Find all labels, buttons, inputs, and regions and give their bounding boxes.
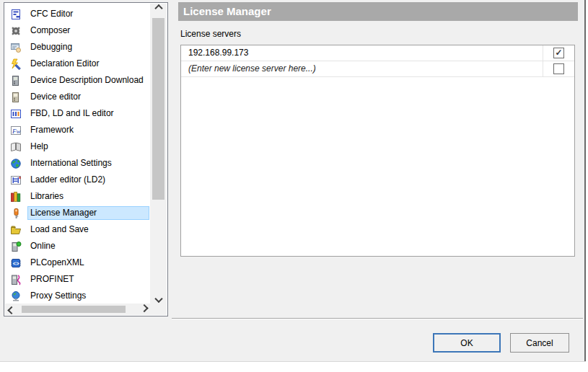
sidebar-item-label: Load and Save xyxy=(27,223,92,236)
horizontal-scroll-thumb[interactable] xyxy=(22,306,126,313)
sidebar-item-load-and-save[interactable]: Load and Save xyxy=(5,221,150,238)
sidebar-item-license-manager[interactable]: License Manager xyxy=(5,205,150,221)
license-server-checkbox[interactable]: ✓ xyxy=(553,48,564,58)
fbd-editor-icon xyxy=(10,108,22,120)
sidebar-item-label: FBD, LD and IL editor xyxy=(27,107,117,120)
dialog-bottom-border xyxy=(0,361,586,362)
sidebar-item-framework[interactable]: FwFramework xyxy=(5,122,150,138)
license-server-checkbox-cell: ✓ xyxy=(543,45,574,61)
sidebar-item-label: CFC Editor xyxy=(27,7,76,21)
sidebar-item-proxy-settings[interactable]: Proxy Settings xyxy=(5,288,150,304)
license-server-checkbox-cell: ✓ xyxy=(543,61,574,76)
checkmark-icon: ✓ xyxy=(555,48,562,58)
proxy-settings-icon xyxy=(10,291,22,302)
sidebar-item-cfc-editor[interactable]: CFC Editor xyxy=(5,6,150,22)
sidebar-item-help[interactable]: Help xyxy=(5,138,150,155)
scroll-left-button[interactable] xyxy=(5,304,17,315)
sidebar-item-label: Device editor xyxy=(27,90,84,104)
license-server-row: 192.168.99.173✓ xyxy=(181,45,574,61)
declaration-editor-icon xyxy=(10,58,22,70)
sidebar-item-label: Ladder editor (LD2) xyxy=(27,173,108,187)
composer-icon xyxy=(10,25,22,37)
sidebar-item-label: Online xyxy=(27,239,58,253)
license-servers-label: License servers xyxy=(180,29,241,39)
sidebar-item-label: Debugging xyxy=(27,40,75,54)
page-title: License Manager xyxy=(178,2,578,21)
international-settings-icon xyxy=(10,158,22,169)
help-icon xyxy=(10,141,22,153)
sidebar-item-international-settings[interactable]: International Settings xyxy=(5,155,150,172)
sidebar-item-device-editor[interactable]: Device editor xyxy=(5,89,150,105)
sidebar-item-label: Help xyxy=(27,140,51,154)
license-server-cell[interactable]: 192.168.99.173 xyxy=(181,45,543,61)
chevron-left-icon xyxy=(7,306,15,314)
sidebar-item-profinet[interactable]: PROFINET xyxy=(5,271,150,288)
sidebar-item-label: Libraries xyxy=(27,190,66,203)
license-manager-icon xyxy=(10,208,22,219)
sidebar-item-libraries[interactable]: Libraries xyxy=(5,188,150,205)
sidebar-item-label: Device Description Download xyxy=(27,74,146,87)
libraries-icon xyxy=(10,191,22,203)
plcopenxml-icon: <> xyxy=(10,257,22,269)
cancel-button[interactable]: Cancel xyxy=(510,333,569,353)
device-description-download-icon xyxy=(10,75,22,87)
category-listbox: CFC EditorComposerDebuggingDeclaration E… xyxy=(4,2,168,316)
svg-text:Fw: Fw xyxy=(12,127,21,134)
license-server-table[interactable]: 192.168.99.173✓(Enter new license server… xyxy=(180,45,575,257)
license-server-checkbox[interactable]: ✓ xyxy=(553,63,564,74)
category-list: CFC EditorComposerDebuggingDeclaration E… xyxy=(5,4,150,304)
sidebar-item-debugging[interactable]: Debugging xyxy=(5,39,150,56)
ladder-editor-icon xyxy=(10,174,22,186)
sidebar-item-label: PLCopenXML xyxy=(27,256,87,270)
online-icon xyxy=(10,241,22,252)
sidebar-item-label: Proxy Settings xyxy=(27,289,89,303)
sidebar-item-label: Framework xyxy=(27,123,76,137)
options-dialog: CFC EditorComposerDebuggingDeclaration E… xyxy=(0,0,584,362)
scroll-up-button[interactable] xyxy=(150,4,167,15)
license-server-row: (Enter new license server here...)✓ xyxy=(181,61,574,77)
chevron-down-icon xyxy=(154,295,162,303)
chevron-right-icon xyxy=(140,304,148,312)
chevron-up-icon xyxy=(154,4,162,12)
framework-icon: Fw xyxy=(10,125,22,136)
scroll-right-button[interactable] xyxy=(138,304,150,315)
sidebar-item-device-description-download[interactable]: Device Description Download xyxy=(5,72,150,89)
vertical-scroll-thumb[interactable] xyxy=(152,18,164,200)
vertical-scrollbar[interactable] xyxy=(150,4,167,304)
sidebar-item-fbd-ld-and-il-editor[interactable]: FBD, LD and IL editor xyxy=(5,105,150,122)
ok-button[interactable]: OK xyxy=(433,333,501,353)
sidebar-item-label: Declaration Editor xyxy=(27,57,102,71)
sidebar-item-plcopenxml[interactable]: <>PLCopenXML xyxy=(5,254,150,271)
debugging-icon xyxy=(10,42,22,53)
svg-text:<>: <> xyxy=(13,260,19,267)
sidebar-item-declaration-editor[interactable]: Declaration Editor xyxy=(5,56,150,72)
license-server-cell[interactable]: (Enter new license server here...) xyxy=(181,61,543,76)
sidebar-item-label: International Settings xyxy=(27,156,115,170)
profinet-icon xyxy=(10,274,22,285)
separator-line xyxy=(172,318,583,319)
scrollbar-corner xyxy=(150,304,167,315)
dialog-right-border xyxy=(584,0,586,362)
horizontal-scrollbar[interactable] xyxy=(5,304,150,315)
sidebar-item-label: Composer xyxy=(27,24,73,37)
sidebar-item-ladder-editor-ld2[interactable]: Ladder editor (LD2) xyxy=(5,172,150,188)
device-editor-icon xyxy=(10,92,22,103)
load-and-save-icon xyxy=(10,224,22,236)
scroll-down-button[interactable] xyxy=(150,292,167,304)
cfc-editor-icon xyxy=(10,9,22,20)
sidebar-item-composer[interactable]: Composer xyxy=(5,22,150,39)
sidebar-item-label: License Manager xyxy=(27,206,149,220)
sidebar-item-online[interactable]: Online xyxy=(5,238,150,254)
sidebar-item-label: PROFINET xyxy=(27,273,77,286)
options-dialog-screen: CFC EditorComposerDebuggingDeclaration E… xyxy=(0,0,588,372)
